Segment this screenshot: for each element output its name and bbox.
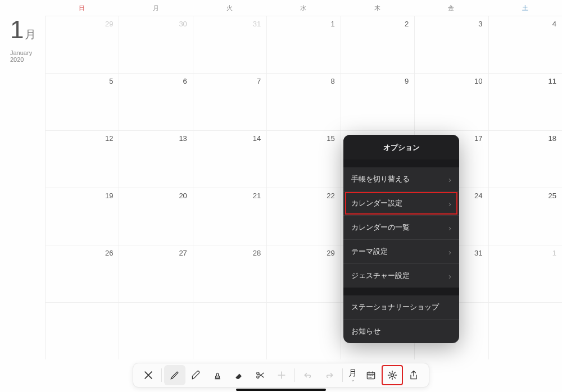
day-number: 29 — [327, 249, 334, 257]
weekday-label: 火 — [193, 4, 266, 12]
day-number: 13 — [179, 134, 187, 143]
close-button[interactable] — [138, 365, 159, 385]
redo-button[interactable] — [319, 365, 340, 385]
popover-item-label: ジェスチャー設定 — [351, 271, 410, 281]
calendar-cell[interactable]: 28 — [193, 245, 266, 302]
popover-item-label: お知らせ — [351, 326, 380, 336]
weekday-label: 水 — [266, 4, 340, 12]
calendar-cell[interactable]: 3 — [414, 16, 488, 73]
day-number: 28 — [253, 249, 261, 257]
popover-item[interactable]: 手帳を切り替える› — [343, 167, 459, 191]
popover-item-label: 手帳を切り替える — [351, 174, 410, 184]
day-number: 31 — [474, 249, 482, 257]
calendar-cell[interactable]: 1 — [266, 16, 340, 73]
day-number: 29 — [105, 20, 113, 28]
calendar-cell[interactable]: 2 — [341, 16, 414, 73]
popover-item[interactable]: ステーショナリーショップ — [343, 295, 459, 319]
calendar-cell[interactable]: 30 — [119, 16, 192, 73]
day-number: 19 — [105, 192, 113, 200]
day-number: 2 — [405, 20, 409, 28]
day-number: 1 — [552, 249, 556, 257]
day-number: 14 — [253, 134, 261, 143]
calendar-cell[interactable]: 19 — [45, 188, 119, 245]
pencil-tool[interactable] — [164, 365, 185, 385]
svg-point-4 — [370, 375, 371, 376]
calendar-cell[interactable]: 10 — [414, 73, 488, 130]
day-number: 17 — [474, 134, 482, 143]
calendar: 日月火水木金土 29303112345678910111213141516171… — [45, 0, 562, 359]
undo-button[interactable] — [297, 365, 319, 385]
calendar-cell[interactable]: 29 — [266, 245, 340, 302]
calendar-cell[interactable]: 14 — [193, 130, 266, 188]
day-number: 21 — [253, 192, 261, 200]
settings-button[interactable] — [382, 365, 403, 385]
calendar-cell[interactable]: 21 — [193, 188, 266, 245]
calendar-cell[interactable]: 22 — [266, 188, 340, 245]
popover-item[interactable]: ジェスチャー設定› — [343, 263, 459, 288]
calendar-cell[interactable]: 7 — [193, 73, 266, 130]
pencil-icon — [169, 370, 180, 381]
toolbar-separator — [342, 368, 343, 382]
scissors-icon — [255, 370, 266, 381]
calendar-button[interactable] — [360, 365, 382, 385]
popover-group-1: 手帳を切り替える›カレンダー設定›カレンダーの一覧›テーマ設定›ジェスチャー設定… — [343, 167, 459, 288]
popover-item[interactable]: テーマ設定› — [343, 239, 459, 263]
calendar-cell[interactable]: 1 — [488, 245, 562, 302]
svg-point-0 — [257, 372, 259, 375]
calendar-cell[interactable]: 9 — [341, 73, 414, 130]
popover-separator — [343, 288, 459, 295]
calendar-cell[interactable]: 20 — [119, 188, 192, 245]
weekday-label: 日 — [45, 4, 119, 12]
calendar-cell[interactable]: 25 — [488, 188, 562, 245]
add-button[interactable] — [271, 365, 292, 385]
popover-item[interactable]: カレンダーの一覧› — [343, 215, 459, 239]
calendar-cell[interactable]: 13 — [119, 130, 192, 188]
day-number: 25 — [549, 192, 556, 200]
day-number: 4 — [552, 20, 556, 28]
calendar-cell[interactable] — [488, 302, 562, 359]
calendar-cell[interactable]: 11 — [488, 73, 562, 130]
calendar-cell[interactable]: 4 — [488, 16, 562, 73]
weekday-label: 土 — [488, 4, 562, 12]
calendar-cell[interactable]: 29 — [45, 16, 119, 73]
calendar-cell[interactable]: 31 — [193, 16, 266, 73]
calendar-cell[interactable]: 12 — [45, 130, 119, 188]
weekday-label: 月 — [119, 4, 192, 12]
popover-item[interactable]: カレンダー設定› — [343, 191, 459, 215]
scissors-tool[interactable] — [250, 365, 271, 385]
popover-item[interactable]: お知らせ — [343, 319, 459, 343]
day-number: 8 — [330, 77, 334, 85]
share-button[interactable] — [403, 365, 424, 385]
svg-point-3 — [369, 375, 370, 376]
popover-item-label: テーマ設定 — [351, 247, 388, 257]
day-number: 22 — [327, 192, 334, 200]
chevron-right-icon: › — [448, 199, 451, 208]
calendar-icon — [365, 370, 377, 381]
stamp-tool[interactable] — [207, 365, 228, 385]
calendar-cell[interactable]: 27 — [119, 245, 192, 302]
calendar-cell[interactable]: 8 — [266, 73, 340, 130]
day-number: 10 — [474, 77, 482, 85]
calendar-cell[interactable]: 6 — [119, 73, 192, 130]
calendar-cell[interactable]: 18 — [488, 130, 562, 188]
svg-point-1 — [257, 376, 259, 378]
eraser-tool[interactable] — [228, 365, 250, 385]
popover-title: オプション — [343, 135, 459, 159]
calendar-cell[interactable]: 15 — [266, 130, 340, 188]
view-month-button[interactable]: 月 ⌄ — [345, 365, 360, 385]
day-number: 12 — [105, 134, 113, 143]
month-suffix: 月 — [25, 28, 36, 40]
calendar-cell[interactable] — [119, 302, 192, 359]
day-number: 20 — [179, 192, 187, 200]
calendar-cell[interactable] — [266, 302, 340, 359]
calendar-cell[interactable] — [45, 302, 119, 359]
calendar-cell[interactable]: 26 — [45, 245, 119, 302]
weekday-label: 木 — [341, 4, 414, 12]
calendar-cell[interactable] — [193, 302, 266, 359]
stamp-icon — [212, 370, 223, 381]
day-number: 30 — [179, 20, 187, 28]
chevron-right-icon: › — [448, 175, 451, 184]
svg-point-5 — [373, 375, 374, 376]
calendar-cell[interactable]: 5 — [45, 73, 119, 130]
pen-tool[interactable] — [185, 365, 207, 385]
